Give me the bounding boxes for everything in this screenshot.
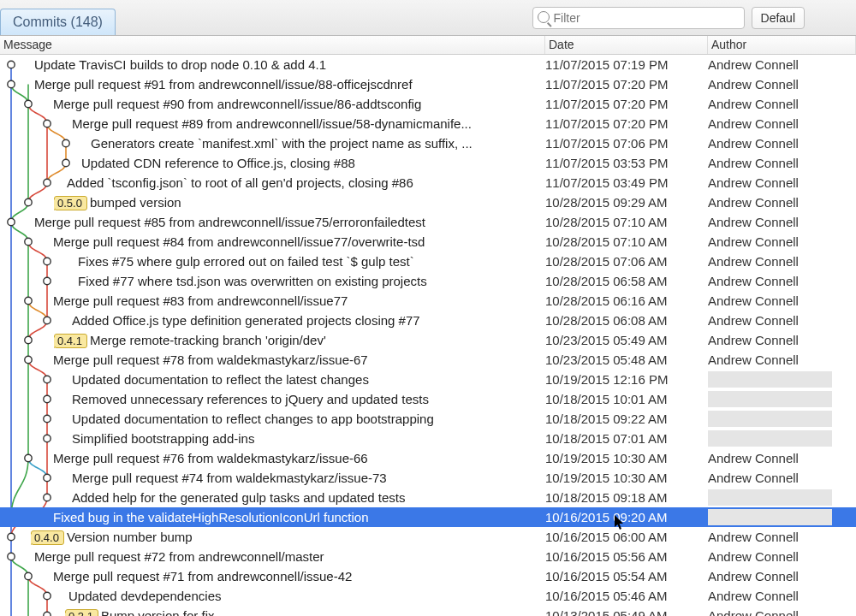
commit-message: 0.4.0Version number bump [31, 530, 544, 545]
commit-row[interactable]: Merge pull request #89 from andrewconnel… [0, 114, 856, 133]
commit-date: 11/07/2015 03:49 PM [545, 175, 708, 190]
commit-date: 10/23/2015 05:49 AM [545, 333, 708, 347]
commit-message: Added help for the generated gulp tasks … [72, 490, 544, 505]
commit-message: Update TravisCI builds to drop node 0.10… [34, 57, 544, 72]
commit-row[interactable]: 0.4.0Version number bump10/16/2015 06:00… [0, 527, 856, 547]
commit-row[interactable]: Merge pull request #91 from andrewconnel… [0, 74, 856, 94]
commit-row[interactable]: Merge pull request #84 from andrewconnel… [0, 232, 856, 252]
commit-author: Andrew Connell [708, 589, 799, 603]
commit-row[interactable]: Merge pull request #90 from andrewconnel… [0, 94, 856, 114]
commit-date: 10/19/2015 10:30 AM [545, 451, 708, 465]
commit-date: 10/16/2015 06:00 AM [545, 530, 708, 544]
commit-row[interactable]: Updated devdependencies10/16/2015 05:46 … [0, 586, 856, 606]
commit-date: 10/28/2015 07:10 AM [545, 215, 708, 229]
commit-author: Andrew Connell [708, 57, 799, 72]
column-headers: Message Date Author [0, 36, 856, 55]
column-message[interactable]: Message [0, 36, 545, 54]
commit-message: Fixed bug in the validateHighResolutionI… [53, 510, 544, 524]
commit-author [708, 509, 832, 525]
commit-date: 10/18/2015 09:22 AM [545, 412, 708, 426]
commit-date: 10/18/2015 07:01 AM [545, 431, 708, 446]
commit-row[interactable]: Generators create `manifest.xml` with th… [0, 133, 856, 153]
commit-message: Added Office.js type definition generate… [72, 313, 544, 328]
commit-message: Updated CDN reference to Office.js, clos… [81, 156, 544, 170]
commit-date: 11/07/2015 07:19 PM [545, 57, 708, 72]
commit-date: 10/28/2015 09:29 AM [545, 195, 708, 210]
commit-message: Simplified bootstrapping add-ins [72, 431, 544, 446]
column-date[interactable]: Date [545, 36, 708, 54]
commit-date: 10/16/2015 05:46 AM [545, 589, 708, 603]
commit-row[interactable]: 0.3.1Bump version for fix10/13/2015 05:4… [0, 606, 856, 616]
commit-row[interactable]: Updated documentation to reflect the lat… [0, 370, 856, 389]
commit-row[interactable]: Update TravisCI builds to drop node 0.10… [0, 55, 856, 74]
commit-date: 10/28/2015 07:06 AM [545, 254, 708, 269]
commit-message: Merge pull request #89 from andrewconnel… [72, 116, 544, 131]
commit-message: Added `tsconfig.json` to root of all gen… [67, 175, 544, 190]
commit-row[interactable]: Merge pull request #78 from waldekmastyk… [0, 350, 856, 370]
commit-row[interactable]: 0.5.0bumped version10/28/2015 09:29 AMAn… [0, 192, 856, 212]
commit-message: Fixes #75 where gulp errored out on fail… [78, 254, 544, 269]
commit-date: 10/28/2015 06:58 AM [545, 274, 708, 288]
commit-row[interactable]: Merge pull request #71 from andrewconnel… [0, 566, 856, 586]
commit-date: 10/16/2015 05:54 AM [545, 569, 708, 583]
commit-author: Andrew Connell [708, 608, 799, 616]
commit-author: Andrew Connell [708, 156, 799, 170]
commit-author [708, 430, 832, 447]
commit-author: Andrew Connell [708, 97, 799, 111]
version-tag: 0.4.0 [31, 530, 64, 545]
commit-message: Merge pull request #91 from andrewconnel… [34, 77, 544, 92]
commit-message: Merge pull request #83 from andrewconnel… [53, 293, 544, 308]
version-tag: 0.5.0 [54, 196, 87, 210]
commit-row[interactable]: Fixes #75 where gulp errored out on fail… [0, 252, 856, 271]
commit-row[interactable]: Simplified bootstrapping add-ins10/18/20… [0, 429, 856, 448]
commits-tab[interactable]: Commits (148) [0, 9, 116, 35]
commit-row[interactable]: Merge pull request #72 from andrewconnel… [0, 547, 856, 566]
commit-row[interactable]: Updated CDN reference to Office.js, clos… [0, 153, 856, 173]
cursor [615, 515, 625, 530]
commit-row[interactable]: Merge pull request #76 from waldekmastyk… [0, 448, 856, 468]
filter-input[interactable] [532, 7, 745, 29]
commit-date: 10/28/2015 07:10 AM [545, 234, 708, 249]
commit-author: Andrew Connell [708, 175, 799, 190]
commit-message: Removed unnecessary references to jQuery… [72, 392, 544, 406]
commit-row[interactable]: Added help for the generated gulp tasks … [0, 488, 856, 507]
commit-author: Andrew Connell [708, 116, 799, 131]
commit-date: 10/19/2015 12:16 PM [545, 372, 708, 387]
commit-row[interactable]: Updated documentation to reflect changes… [0, 409, 856, 429]
commit-row[interactable]: Fixed #77 where tsd.json was overwritten… [0, 271, 856, 291]
commit-author: Andrew Connell [708, 293, 799, 308]
commit-author: Andrew Connell [708, 451, 799, 465]
commit-message: Merge pull request #74 from waldekmastyk… [72, 471, 544, 485]
commit-message: Updated devdependencies [68, 589, 544, 603]
commit-author [708, 411, 832, 427]
commit-date: 11/07/2015 03:53 PM [545, 156, 708, 170]
commit-row[interactable]: 0.4.1Merge remote-tracking branch 'origi… [0, 330, 856, 350]
commit-row[interactable]: Merge pull request #83 from andrewconnel… [0, 291, 856, 311]
commit-message: Merge pull request #71 from andrewconnel… [53, 569, 544, 583]
commit-author: Andrew Connell [708, 215, 799, 229]
commit-date: 10/19/2015 10:30 AM [545, 471, 708, 485]
default-button[interactable]: Defaul [752, 7, 805, 29]
commit-row[interactable]: Added `tsconfig.json` to root of all gen… [0, 173, 856, 192]
commit-date: 10/18/2015 09:18 AM [545, 490, 708, 505]
version-tag: 0.3.1 [65, 609, 98, 617]
commit-row[interactable]: Merge pull request #74 from waldekmastyk… [0, 468, 856, 488]
commit-author [708, 489, 832, 506]
commit-row[interactable]: Fixed bug in the validateHighResolutionI… [0, 507, 856, 527]
commit-date: 11/07/2015 07:20 PM [545, 77, 708, 92]
commit-row[interactable]: Removed unnecessary references to jQuery… [0, 389, 856, 409]
commit-message: Merge pull request #84 from andrewconnel… [53, 234, 544, 249]
commit-date: 11/07/2015 07:20 PM [545, 116, 708, 131]
commit-author [708, 391, 832, 407]
version-tag: 0.4.1 [54, 334, 87, 348]
commit-author: Andrew Connell [708, 234, 799, 249]
commit-date: 10/18/2015 10:01 AM [545, 392, 708, 406]
search-icon [538, 11, 550, 23]
column-author[interactable]: Author [708, 36, 856, 54]
commit-author: Andrew Connell [708, 471, 799, 485]
commit-message: Fixed #77 where tsd.json was overwritten… [78, 274, 544, 288]
commit-author: Andrew Connell [708, 77, 799, 92]
commit-row[interactable]: Added Office.js type definition generate… [0, 311, 856, 330]
commit-row[interactable]: Merge pull request #85 from andrewconnel… [0, 212, 856, 232]
commit-message: 0.5.0bumped version [54, 195, 544, 210]
